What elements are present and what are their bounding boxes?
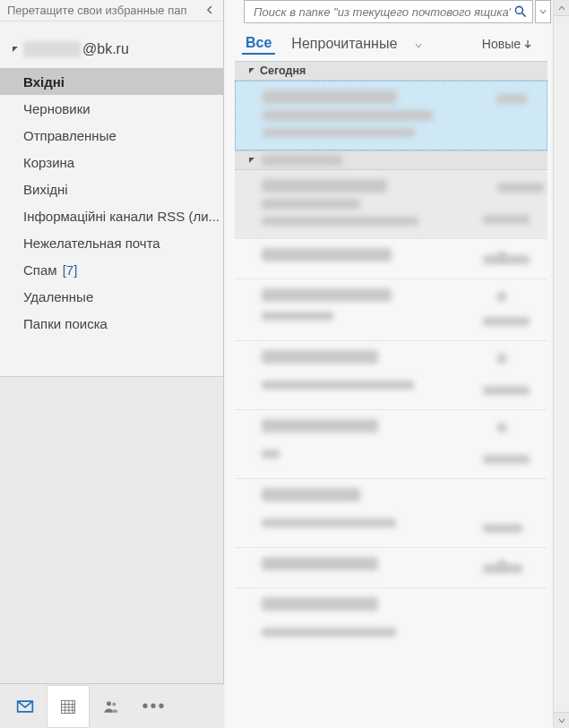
collapse-group-icon[interactable]: [247, 66, 256, 75]
scroll-up-button[interactable]: [554, 0, 569, 16]
folder-search[interactable]: Папки поиска: [0, 310, 223, 337]
folder-sent[interactable]: Отправленные: [0, 122, 223, 149]
ellipsis-icon: •••: [142, 696, 166, 716]
search-icon[interactable]: [513, 4, 529, 20]
account-domain: @bk.ru: [82, 41, 129, 57]
folder-label: Вхідні: [23, 74, 65, 90]
expand-account-icon[interactable]: [11, 45, 20, 54]
scroll-down-button[interactable]: [554, 712, 569, 728]
message-item[interactable]: [235, 170, 547, 239]
group-header-today[interactable]: Сегодня: [235, 61, 547, 81]
account-row[interactable]: @bk.ru: [0, 30, 223, 68]
folder-label: Удаленные: [23, 289, 93, 304]
sort-label: Новые: [482, 37, 521, 51]
folder-pane-empty-area: [0, 376, 223, 683]
sort-arrow-icon: [524, 37, 531, 51]
account-name-redacted: [23, 41, 81, 57]
svg-point-7: [107, 701, 111, 706]
nav-more-button[interactable]: •••: [133, 685, 176, 728]
message-item[interactable]: [235, 239, 547, 279]
folder-label: Папки поиска: [23, 316, 108, 331]
nav-calendar-button[interactable]: [47, 685, 90, 728]
nav-mail-button[interactable]: [4, 685, 47, 728]
message-item[interactable]: [235, 81, 547, 150]
folder-label: Черновики: [23, 101, 91, 116]
svg-point-8: [112, 702, 116, 706]
message-item[interactable]: [235, 341, 547, 410]
filter-unread[interactable]: Непрочитанные: [288, 34, 401, 54]
nav-bar: •••: [0, 683, 224, 728]
message-list: [235, 81, 547, 656]
mail-icon: [16, 698, 34, 715]
collapse-group-icon[interactable]: [247, 156, 256, 165]
filter-all[interactable]: Все: [242, 33, 275, 55]
folder-label: Отправленные: [23, 128, 116, 143]
folder-outbox[interactable]: Вихідні: [0, 176, 223, 202]
search-input[interactable]: [252, 4, 513, 20]
svg-point-9: [515, 6, 522, 13]
search-box[interactable]: [244, 0, 533, 23]
sort-button[interactable]: Новые: [482, 37, 531, 51]
folder-label: Вихідні: [23, 182, 68, 197]
favorites-hint: Перетащите свои избранные пап: [7, 4, 203, 17]
folder-trash[interactable]: Корзина: [0, 149, 223, 176]
folder-inbox[interactable]: Вхідні: [0, 68, 223, 95]
folder-drafts[interactable]: Черновики: [0, 95, 223, 122]
folder-label: Інформаційні канали RSS (ли...: [23, 209, 220, 224]
filter-dropdown-icon[interactable]: [415, 36, 422, 52]
favorites-bar: Перетащите свои избранные пап: [0, 0, 223, 21]
folder-junk[interactable]: Нежелательная почта: [0, 229, 223, 256]
folder-label: Нежелательная почта: [23, 236, 160, 251]
message-item[interactable]: [235, 548, 547, 588]
people-icon: [102, 698, 120, 715]
folder-pane: Перетащите свои избранные пап @bk.ru Вхі…: [0, 0, 224, 728]
vertical-scrollbar[interactable]: [553, 0, 569, 728]
message-item[interactable]: [235, 410, 547, 479]
collapse-favorites-icon[interactable]: [203, 4, 216, 17]
group-header-redacted[interactable]: [235, 150, 547, 170]
folder-rss[interactable]: Інформаційні канали RSS (ли...: [0, 202, 223, 229]
group-label: Сегодня: [260, 64, 306, 77]
folder-spam[interactable]: Спам[7]: [0, 256, 223, 283]
message-item[interactable]: [235, 479, 547, 548]
folder-deleted[interactable]: Удаленные: [0, 283, 223, 310]
svg-line-10: [522, 13, 526, 17]
unread-count: [7]: [63, 262, 78, 278]
folder-list: Вхідні Черновики Отправленные Корзина Ви…: [0, 68, 223, 337]
calendar-icon: [59, 698, 77, 715]
message-list-pane: Все Непрочитанные Новые Сегодня: [226, 0, 551, 728]
search-row: [226, 0, 551, 23]
search-scope-dropdown[interactable]: [535, 0, 551, 23]
message-item[interactable]: [235, 279, 547, 341]
folder-label: Спам: [23, 262, 57, 278]
folder-label: Корзина: [23, 155, 74, 170]
message-item[interactable]: [235, 588, 547, 656]
nav-people-button[interactable]: [90, 685, 133, 728]
filter-bar: Все Непрочитанные Новые: [226, 27, 551, 61]
